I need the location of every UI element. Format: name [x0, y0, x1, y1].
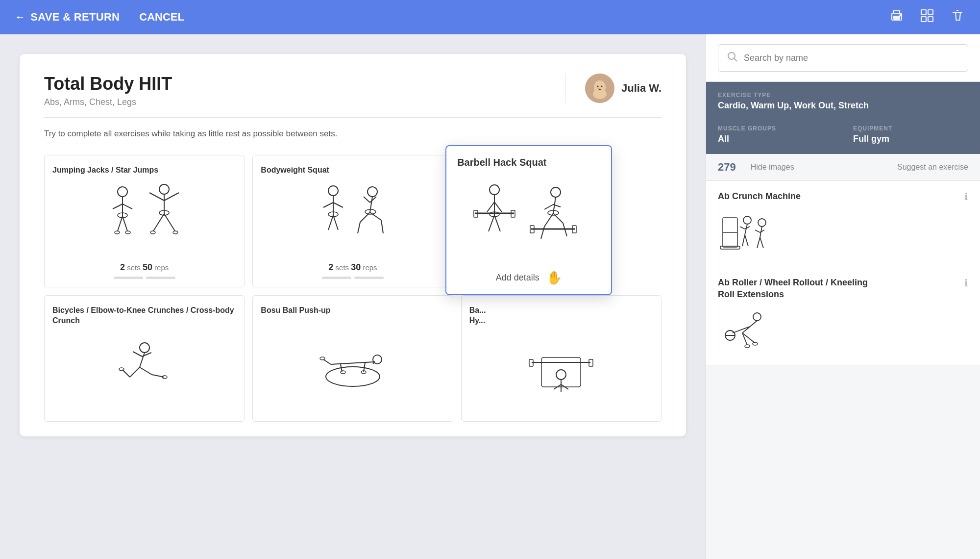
exercise-list-item-1-content: Ab Crunch Machine: [718, 191, 801, 257]
svg-line-110: [755, 230, 760, 232]
workout-title-section: Total Body HIIT Abs, Arms, Chest, Legs: [44, 74, 565, 107]
svg-point-2: [900, 14, 902, 16]
bicycles-svg: [96, 338, 194, 402]
inline-filters: MUSCLE GROUPS All EQUIPMENT Full gym: [718, 118, 968, 144]
exercise-cell-5[interactable]: Bosu Ball Push-up: [252, 295, 453, 422]
exercise-illustration-1: [52, 182, 236, 255]
popup-illustration: [457, 175, 600, 263]
right-sidebar: EXERCISE TYPE Cardio, Warm Up, Work Out,…: [706, 34, 980, 559]
trainer-avatar: [585, 74, 614, 103]
trainer-name: Julia W.: [621, 82, 662, 95]
exercise-list: Ab Crunch Machine: [706, 181, 980, 559]
svg-point-11: [597, 86, 599, 87]
exercise-list-name-2: Ab Roller / Wheel Rollout / Kneeling Rol…: [718, 277, 875, 300]
muscle-groups-value[interactable]: All: [718, 134, 833, 144]
svg-point-122: [753, 342, 758, 345]
trash-icon[interactable]: [950, 8, 965, 27]
svg-line-98: [735, 59, 737, 62]
exercise-cell-1[interactable]: Jumping Jacks / Star Jumps: [44, 155, 245, 288]
search-input[interactable]: [744, 53, 959, 63]
svg-line-49: [487, 202, 494, 212]
svg-line-112: [757, 237, 760, 248]
svg-line-106: [742, 235, 745, 246]
save-return-button[interactable]: ← SAVE & RETURN: [15, 11, 120, 24]
svg-line-75: [140, 367, 152, 375]
svg-point-93: [556, 370, 566, 380]
exercise-cell-6[interactable]: Ba... Hy...: [461, 295, 662, 422]
save-return-label: SAVE & RETURN: [30, 11, 120, 24]
muscle-groups-filter: MUSCLE GROUPS All: [718, 125, 843, 144]
svg-rect-5: [921, 17, 926, 22]
svg-line-71: [133, 352, 142, 356]
svg-point-30: [173, 231, 178, 234]
cancel-button[interactable]: CANCEL: [139, 11, 184, 24]
info-icon-1[interactable]: ℹ: [964, 191, 968, 203]
ab-crunch-machine-svg: [718, 208, 772, 257]
svg-point-47: [490, 185, 499, 195]
exercise-illustration-6: [469, 333, 653, 407]
svg-point-13: [118, 187, 127, 197]
svg-line-103: [745, 224, 747, 235]
equipment-value[interactable]: Full gym: [853, 134, 968, 144]
svg-rect-3: [921, 10, 926, 15]
set-bar: [114, 277, 143, 279]
main-layout: Total Body HIIT Abs, Arms, Chest, Legs: [0, 34, 980, 559]
exercise-cell-4[interactable]: Bicycles / Elbow-to-Knee Crunches / Cros…: [44, 295, 245, 422]
print-icon[interactable]: [889, 8, 905, 27]
add-details-label[interactable]: Add details: [496, 273, 539, 283]
exercise-cell-2[interactable]: Bodyweight Squat: [252, 155, 453, 288]
svg-point-114: [753, 313, 761, 321]
exercise-list-item-1[interactable]: Ab Crunch Machine: [706, 181, 980, 267]
svg-rect-4: [928, 10, 933, 15]
exercise-grid: Jumping Jacks / Star Jumps: [44, 155, 662, 422]
svg-line-105: [745, 227, 750, 229]
svg-point-31: [328, 186, 338, 196]
svg-line-36: [333, 215, 338, 230]
svg-point-69: [140, 343, 149, 353]
svg-point-10: [593, 89, 607, 99]
equipment-filter: EQUIPMENT Full gym: [843, 125, 968, 144]
svg-line-33: [323, 203, 333, 207]
svg-rect-6: [928, 17, 933, 22]
search-icon: [727, 51, 738, 64]
svg-line-111: [760, 230, 764, 232]
exercise-name-1: Jumping Jacks / Star Jumps: [52, 165, 236, 176]
svg-line-17: [118, 216, 122, 231]
exercise-name-4: Bicycles / Elbow-to-Knee Crunches / Cros…: [52, 305, 236, 326]
svg-line-34: [333, 203, 343, 207]
svg-point-12: [601, 86, 603, 87]
svg-line-35: [328, 215, 333, 230]
svg-point-102: [743, 216, 751, 224]
svg-line-43: [358, 222, 360, 233]
exercise-type-value[interactable]: Cardio, Warm Up, Work Out, Stretch: [718, 101, 968, 111]
svg-line-70: [140, 353, 145, 367]
svg-line-44: [370, 212, 381, 220]
search-bar-container: [706, 34, 980, 82]
svg-line-41: [370, 197, 376, 203]
search-bar[interactable]: [718, 44, 968, 72]
sets-bars-1: [52, 277, 236, 279]
exercise-illustration-5: [261, 323, 444, 396]
workout-header: Total Body HIIT Abs, Arms, Chest, Legs: [44, 74, 662, 118]
exercise-list-item-2[interactable]: Ab Roller / Wheel Rollout / Kneeling Rol…: [706, 267, 980, 365]
svg-line-59: [544, 204, 553, 209]
svg-line-15: [113, 204, 122, 209]
content-area: Total Body HIIT Abs, Arms, Chest, Legs: [0, 34, 706, 559]
svg-line-18: [122, 216, 127, 231]
squat-svg: [309, 182, 397, 255]
grip-icon: ✋: [546, 270, 562, 285]
popup-card: Barbell Hack Squat: [445, 145, 612, 295]
suggest-exercise-button[interactable]: Suggest an exercise: [897, 163, 968, 172]
svg-point-29: [150, 231, 155, 234]
exercise-stats-1: 2 sets 50 reps: [52, 262, 236, 273]
bosu-pushup-svg: [304, 328, 402, 391]
info-icon-2[interactable]: ℹ: [964, 277, 968, 289]
svg-point-20: [115, 231, 120, 234]
grid-icon[interactable]: [919, 8, 935, 27]
barbell-hack-squat-svg: [460, 180, 597, 258]
hide-images-button[interactable]: Hide images: [751, 163, 794, 172]
svg-point-108: [758, 219, 766, 227]
exercise-name-2: Bodyweight Squat: [261, 165, 444, 176]
exercise-type-filter: EXERCISE TYPE Cardio, Warm Up, Work Out,…: [718, 92, 968, 111]
popup-footer: Add details ✋: [457, 270, 600, 285]
